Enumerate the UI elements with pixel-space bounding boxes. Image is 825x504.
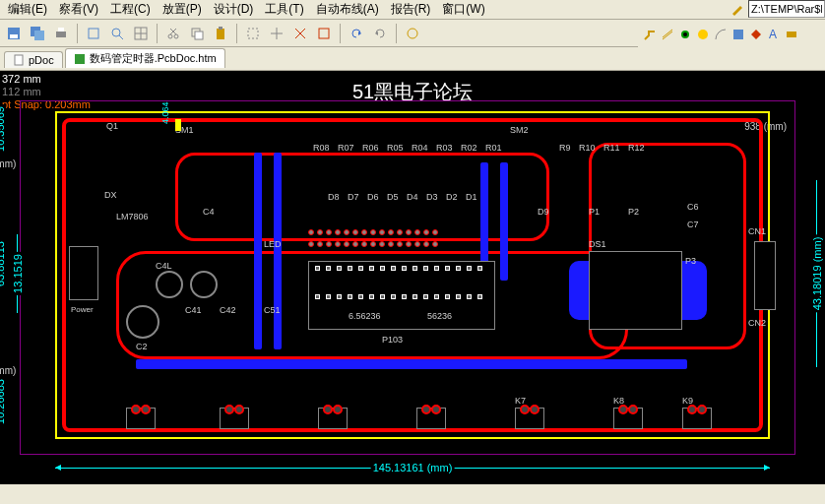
string-icon[interactable]: A [766,27,782,45]
select-icon[interactable] [243,24,263,43]
ref-r1: R01 [485,143,502,153]
ref-r4: R04 [412,143,428,153]
save-all-icon[interactable] [28,24,47,43]
ref-c7: C7 [687,220,699,229]
pad-array [308,241,438,247]
menu-edit[interactable]: 编辑(E) [8,1,47,18]
component-icon[interactable] [784,27,799,45]
dimension-left-top: 10.35069 [0,101,7,156]
svg-rect-22 [217,29,224,39]
route-diff-icon[interactable] [660,27,675,45]
ref-d3: D3 [426,192,438,202]
menu-project[interactable]: 工程(C) [110,1,151,18]
pencil-icon[interactable] [730,2,744,19]
ic-mcu: 6.56236 56236 [308,261,495,330]
ref-r6: R06 [362,143,379,153]
ref-d1: D1 [466,192,477,202]
status-x: 372 mm [2,73,91,86]
polygon-icon[interactable] [748,27,764,45]
ref-k8: K8 [613,396,624,406]
ref-power: Power [71,305,94,314]
svg-rect-23 [219,27,222,30]
svg-rect-9 [58,28,64,32]
fill-icon[interactable] [730,27,746,45]
label-4064: 4.064 [160,101,170,124]
dip-dim1: 6.56236 [349,311,381,321]
menu-design[interactable]: 设计(D) [214,1,254,18]
ref-c4: C4 [203,207,215,217]
ref-ds1: DS1 [589,239,606,249]
zoom-icon[interactable] [107,24,127,43]
ref-p2: P2 [628,207,639,217]
dimension-width: 145.13161 (mm) [55,462,770,475]
ref-r12: R12 [628,143,645,153]
doc-icon [13,54,25,66]
grid-icon[interactable] [131,24,151,43]
dip-dim2: 56236 [427,311,452,321]
pad-icon[interactable] [695,27,711,45]
button-k3 [416,408,446,429]
ref-d5: D5 [387,192,399,202]
ref-d4: D4 [407,192,418,202]
pcb-canvas[interactable]: 372 mm 112 mm pt Snap: 0.203mm 51黑电子论坛 1… [0,71,825,484]
menu-tools[interactable]: 工具(T) [265,1,303,18]
ref-r7: R07 [338,143,354,153]
move-icon[interactable] [267,24,286,43]
cap-c2 [190,271,218,298]
connector-cn1 [754,241,776,310]
svg-point-17 [174,34,178,38]
redo-icon[interactable] [370,24,390,43]
browse-icon[interactable] [403,24,422,43]
ref-r3: R03 [436,143,453,153]
button-k2 [318,408,348,429]
svg-rect-34 [787,32,796,37]
svg-rect-5 [10,34,18,38]
ref-p1: P1 [589,207,600,217]
svg-rect-27 [319,29,329,38]
ref-p3: P3 [685,256,696,266]
tab-label: pDoc [29,54,54,66]
route-icon[interactable] [642,27,658,45]
ref-cn1: CN1 [748,226,766,236]
svg-point-30 [683,32,687,36]
menu-place[interactable]: 放置(P) [162,1,202,18]
svg-point-11 [112,29,120,36]
ref-c42: C42 [220,305,236,315]
paste-icon[interactable] [211,24,230,43]
undo-icon[interactable] [347,24,366,43]
menu-autoroute[interactable]: 自动布线(A) [316,1,379,18]
menu-window[interactable]: 窗口(W) [442,1,484,18]
via-icon[interactable] [677,27,693,45]
svg-point-31 [698,30,708,39]
path-input[interactable] [748,0,825,18]
ref-r2: R02 [461,143,477,153]
arc-icon[interactable] [713,27,729,45]
ref-dx: DX [104,190,117,200]
ref-lm: LM7806 [116,212,149,221]
marker [175,119,181,131]
svg-text:A: A [769,28,777,41]
dimension-left-small: 13.1519 [11,234,25,313]
button-k4 [515,408,544,429]
zoom-fit-icon[interactable] [84,24,103,43]
menu-report[interactable]: 报告(R) [391,1,431,18]
button-k5 [613,408,643,429]
button-k1 [220,408,249,429]
pcb-extent: 145.13161 (mm) 10.35069 (mm) 63.88113 (m… [20,100,795,455]
button-k0 [126,408,156,429]
print-icon[interactable] [51,24,71,43]
clear-icon[interactable] [314,24,334,43]
save-icon[interactable] [4,24,24,43]
ref-k7: K7 [515,396,526,406]
copy-icon[interactable] [187,24,207,43]
inductor-l1 [126,305,159,339]
cut-icon[interactable] [163,24,183,43]
menu-view[interactable]: 察看(V) [59,1,98,18]
tab-pcbdoc[interactable]: 数码管定时器.PcbDoc.htm [65,48,225,68]
svg-rect-35 [15,55,23,65]
ic-ds1 [589,251,682,330]
deselect-icon[interactable] [290,24,310,43]
tab-pdoc[interactable]: pDoc [4,51,63,68]
ref-c6: C6 [687,202,699,212]
ref-p103: P103 [382,335,403,345]
